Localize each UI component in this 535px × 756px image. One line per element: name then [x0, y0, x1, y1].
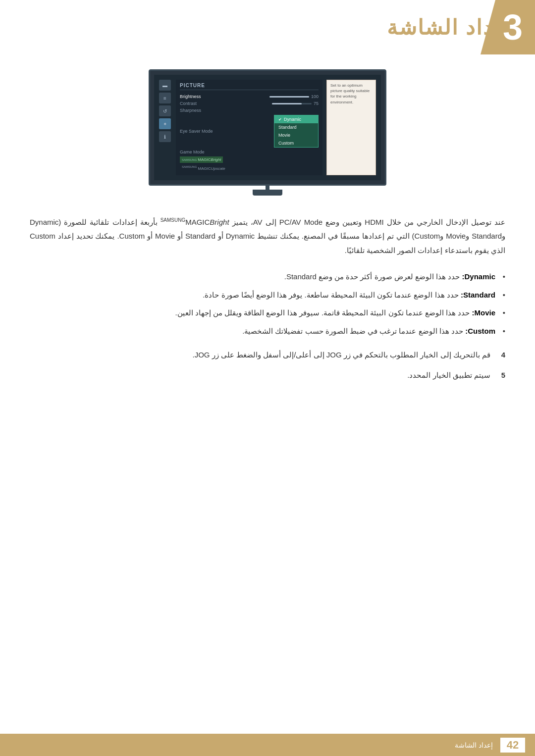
- footer-text: إعداد الشاشة: [455, 741, 493, 749]
- game-mode-item: Game Mode: [180, 149, 319, 155]
- standard-term: Standard:: [461, 291, 495, 299]
- step4-text: قم بالتحريك إلى الخيار المطلوب بالتحكم ف…: [192, 348, 490, 362]
- step4-number: 4: [495, 348, 505, 362]
- game-mode-label: Game Mode: [180, 150, 205, 154]
- info-icon: ℹ: [164, 134, 166, 140]
- menu-icon: ≡: [163, 96, 166, 101]
- brightness-item: Brightness 100: [180, 93, 319, 100]
- step-5: 5 سيتم تطبيق الخيار المحدد.: [30, 368, 505, 383]
- custom-term: Custom:: [465, 327, 495, 335]
- monitor-stand: [266, 186, 269, 190]
- picture-mode-dropdown: ✔ Dynamic Standard Movie Custom: [274, 115, 319, 148]
- page-header: إعداد الشاشة 3: [0, 0, 535, 54]
- list-item-standard: Standard: حدد هذا الوضع عندما تكون البيئ…: [30, 288, 505, 302]
- standard-label: Standard: [278, 125, 297, 130]
- contrast-track: [272, 103, 312, 104]
- sidebar-icons: ▬ ≡ ↺ ✦ ℹ: [159, 80, 173, 175]
- movie-term: Movie:: [472, 308, 495, 317]
- monitor-container: ▬ ≡ ↺ ✦ ℹ PICTU: [149, 69, 386, 196]
- tooltip-text: Set to an optimum picture quality suitab…: [330, 83, 370, 104]
- custom-label: Custom: [278, 141, 294, 146]
- page-number: 42: [500, 738, 525, 753]
- chapter-number: 3: [503, 7, 523, 48]
- list-item-dynamic: Dynamic: حدد هذا الوضع لعرض صورة أكثر حد…: [30, 270, 505, 284]
- brightness-value: 100: [311, 94, 319, 99]
- dynamic-term: Dynamic:: [462, 272, 495, 281]
- eye-saver-item: Eye Saver Mode ✔ Dynamic Standard Movie: [180, 114, 319, 149]
- sidebar-icon-1: ▬: [159, 80, 171, 91]
- dynamic-desc: حدد هذا الوضع لعرض صورة أكثر حدة من وضع …: [284, 272, 460, 281]
- page-footer: إعداد الشاشة 42: [0, 734, 535, 756]
- magic-upscale-item: SAMSUNG MAGICUpscale: [180, 164, 319, 172]
- checkmark-icon: ✔: [278, 117, 282, 122]
- dynamic-label: Dynamic: [284, 117, 301, 122]
- dropdown-dynamic: ✔ Dynamic: [274, 115, 318, 123]
- monitor-icon: ▬: [162, 83, 167, 88]
- content-area: عند توصيل الإدخال الخارجي من خلال HDMI و…: [0, 205, 535, 403]
- samsung-upscale-label: SAMSUNG MAGICUpscale: [180, 165, 227, 171]
- tooltip-box: Set to an optimum picture quality suitab…: [326, 80, 376, 175]
- standard-desc: حدد هذا الوضع عندما تكون البيئة المحيطة …: [203, 291, 459, 299]
- dropdown-movie: Movie: [274, 131, 318, 139]
- step5-number: 5: [495, 368, 505, 383]
- bullet-list: Dynamic: حدد هذا الوضع لعرض صورة أكثر حد…: [30, 270, 505, 338]
- contrast-item: Contrast 75: [180, 100, 319, 107]
- monitor-screen: ▬ ≡ ↺ ✦ ℹ PICTU: [149, 69, 386, 186]
- sharpness-item: Sharpness: [180, 107, 319, 114]
- brightness-label: Brightness: [180, 94, 201, 99]
- magic-bright-item: SAMSUNG MAGICBright: [180, 155, 319, 164]
- monitor-section: ▬ ≡ ↺ ✦ ℹ PICTU: [0, 54, 535, 205]
- samsung-bright-label: SAMSUNG MAGICBright: [180, 156, 223, 163]
- movie-desc: حدد هذا الوضع عندما تكون البيئة المحيطة …: [175, 308, 470, 317]
- chapter-number-box: 3: [481, 0, 535, 54]
- step-4: 4 قم بالتحريك إلى الخيار المطلوب بالتحكم…: [30, 348, 505, 362]
- magic-bright-text: MAGICBright: [198, 157, 221, 162]
- brightness-slider: 100: [269, 94, 319, 99]
- rotate-icon: ↺: [163, 108, 167, 114]
- contrast-value: 75: [314, 101, 319, 106]
- footer-content: إعداد الشاشة 42: [455, 738, 525, 753]
- menu-area: PICTURE Brightness 100 Contrast: [176, 80, 322, 175]
- eye-saver-label: Eye Saver Mode: [180, 129, 213, 134]
- sidebar-icon-5: ℹ: [159, 131, 171, 142]
- monitor-base: [253, 190, 282, 196]
- dropdown-standard: Standard: [274, 123, 318, 131]
- list-item-movie: Movie: حدد هذا الوضع عندما تكون البيئة ا…: [30, 306, 505, 320]
- brightness-fill: [269, 96, 309, 98]
- contrast-slider: 75: [272, 101, 319, 106]
- list-item-custom: Custom: حدد هذا الوضع عندما ترغب في ضبط …: [30, 324, 505, 339]
- gear-icon: ✦: [163, 121, 167, 127]
- sidebar-icon-3: ↺: [159, 105, 171, 116]
- brightness-track: [269, 96, 309, 98]
- main-paragraph: عند توصيل الإدخال الخارجي من خلال HDMI و…: [30, 215, 505, 258]
- movie-label: Movie: [278, 133, 290, 138]
- custom-desc: حدد هذا الوضع عندما ترغب في ضبط الصورة ح…: [242, 327, 463, 335]
- sidebar-icon-2: ≡: [159, 93, 171, 103]
- sidebar-icon-4: ✦: [159, 118, 171, 129]
- sharpness-label: Sharpness: [180, 108, 201, 113]
- step5-text: سيتم تطبيق الخيار المحدد.: [407, 368, 490, 383]
- contrast-fill: [272, 103, 302, 104]
- monitor-inner: ▬ ≡ ↺ ✦ ℹ PICTU: [154, 75, 381, 180]
- dropdown-custom: Custom: [274, 139, 318, 147]
- menu-title: PICTURE: [180, 83, 319, 90]
- contrast-label: Contrast: [180, 101, 197, 106]
- magic-upscale-text: MAGICUpscale: [198, 166, 225, 171]
